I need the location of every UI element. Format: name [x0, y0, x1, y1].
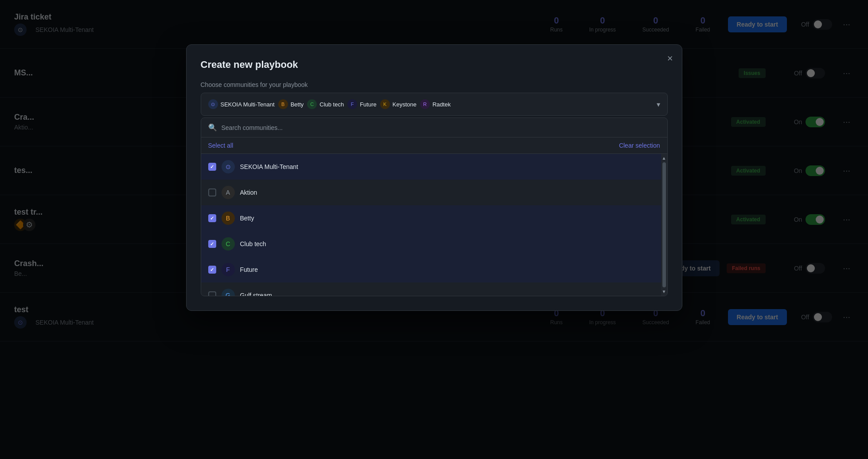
scroll-down-arrow[interactable]: ▼ [662, 289, 666, 294]
tag-icon-future: F [347, 99, 357, 109]
modal-title: Create new playbook [201, 59, 668, 71]
list-item-betty[interactable]: B Betty [201, 205, 667, 231]
scrollbar-thumb [662, 162, 666, 287]
scroll-up-arrow[interactable]: ▲ [662, 156, 666, 161]
item-icon-sekoia: ⊙ [222, 160, 235, 173]
item-icon-aktion: A [222, 186, 235, 199]
item-name-sekoia: SEKOIA Multi-Tenant [240, 163, 299, 170]
item-icon-future: F [222, 263, 235, 276]
modal-create-playbook: Create new playbook × Choose communities… [186, 44, 682, 311]
search-bar: 🔍 [201, 118, 667, 137]
tag-name-betty: Betty [291, 101, 304, 108]
tag-sekoia: ⊙ SEKOIA Multi-Tenant [208, 99, 275, 109]
tag-radtek: R Radtek [420, 99, 451, 109]
modal-close-button[interactable]: × [667, 54, 673, 63]
tag-clubtech: C Club tech [307, 99, 344, 109]
tag-icon-betty: B [278, 99, 288, 109]
checkbox-clubtech[interactable] [208, 240, 216, 248]
list-item-aktion[interactable]: A Aktion [201, 180, 667, 205]
item-icon-betty: B [222, 212, 235, 225]
list-item-future[interactable]: F Future [201, 257, 667, 282]
modal-section-label: Choose communities for your playbook [201, 81, 668, 88]
item-icon-clubtech: C [222, 237, 235, 251]
select-all-button[interactable]: Select all [208, 142, 234, 149]
item-icon-gulfstream: G [222, 289, 235, 296]
chevron-down-icon: ▾ [657, 100, 660, 109]
checkbox-betty[interactable] [208, 214, 216, 222]
item-name-gulfstream: Gulf stream [240, 292, 272, 296]
checkbox-future[interactable] [208, 266, 216, 274]
tag-icon-sekoia: ⊙ [208, 99, 218, 109]
search-icon: 🔍 [208, 123, 217, 132]
checkbox-sekoia[interactable] [208, 163, 216, 171]
list-item-sekoia[interactable]: ⊙ SEKOIA Multi-Tenant [201, 154, 667, 180]
checkbox-aktion[interactable] [208, 188, 216, 196]
tag-icon-clubtech: C [307, 99, 317, 109]
tag-icon-radtek: R [420, 99, 430, 109]
communities-dropdown: 🔍 Select all Clear selection ▲ ▼ [201, 118, 668, 296]
select-actions-bar: Select all Clear selection [201, 137, 667, 154]
tag-keystone: K Keystone [380, 99, 416, 109]
tag-name-future: Future [360, 101, 377, 108]
search-input[interactable] [222, 124, 660, 131]
tag-future: F Future [347, 99, 377, 109]
tag-name-radtek: Radtek [432, 101, 451, 108]
tag-name-keystone: Keystone [393, 101, 416, 108]
tag-icon-keystone: K [380, 99, 390, 109]
item-name-betty: Betty [240, 215, 254, 222]
item-name-future: Future [240, 266, 258, 273]
tag-name-sekoia: SEKOIA Multi-Tenant [221, 101, 275, 108]
list-item-gulfstream[interactable]: G Gulf stream [201, 282, 667, 296]
modal-overlay: Create new playbook × Choose communities… [0, 0, 868, 459]
list-item-clubtech[interactable]: C Club tech [201, 231, 667, 257]
tag-name-clubtech: Club tech [319, 101, 344, 108]
item-name-clubtech: Club tech [240, 240, 266, 247]
clear-selection-button[interactable]: Clear selection [619, 142, 660, 149]
tag-betty: B Betty [278, 99, 304, 109]
communities-dropdown-trigger[interactable]: ⊙ SEKOIA Multi-Tenant B Betty C Club tec… [201, 93, 668, 116]
checkbox-gulfstream[interactable] [208, 291, 216, 296]
dropdown-list: ▲ ▼ ⊙ SEKOIA Multi-Tenant A Aktion [201, 154, 667, 296]
item-name-aktion: Aktion [240, 189, 257, 196]
